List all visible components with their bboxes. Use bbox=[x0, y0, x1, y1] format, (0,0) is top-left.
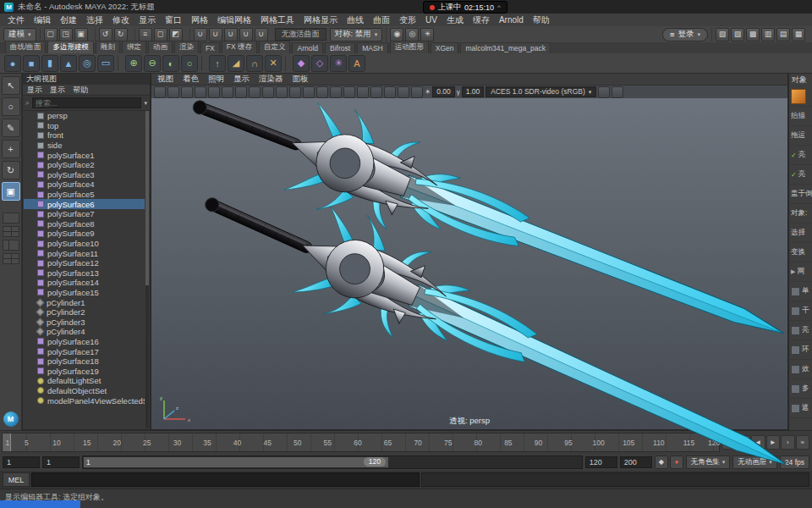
right-panel-item[interactable]: ✓亮 bbox=[789, 165, 812, 185]
rotate-tool[interactable]: ↻ bbox=[2, 161, 20, 179]
outliner-row[interactable]: polySurface17 bbox=[24, 346, 145, 356]
polygon-sphere-icon[interactable]: ● bbox=[4, 55, 21, 72]
xray-icon[interactable] bbox=[411, 86, 423, 98]
bevel-icon[interactable]: ◢ bbox=[228, 55, 244, 72]
gamma-icon[interactable]: γ bbox=[457, 88, 460, 96]
select-tool[interactable]: ↖ bbox=[2, 76, 20, 95]
select-hierarchy-icon[interactable]: ≡ bbox=[139, 28, 152, 41]
viewport-menu-item[interactable]: 照明 bbox=[208, 74, 224, 85]
outliner-row[interactable]: polySurface9 bbox=[24, 229, 145, 239]
recording-overlay[interactable]: 上课中 02:15:10 ^ bbox=[423, 1, 508, 14]
playback-start-field[interactable]: 1 bbox=[42, 456, 80, 468]
attribute-editor-icon[interactable]: ▤ bbox=[776, 28, 790, 41]
range-inner-bar[interactable]: 1 120 bbox=[84, 457, 388, 467]
shelf-tab[interactable]: 绑定 bbox=[122, 41, 146, 53]
shelf-tab[interactable]: 曲线/曲面 bbox=[5, 41, 46, 53]
outliner-row[interactable]: persp bbox=[24, 111, 145, 121]
film-gate-icon[interactable] bbox=[262, 86, 274, 98]
animation-start-field[interactable]: 1 bbox=[3, 456, 40, 468]
viewport-menu-item[interactable]: 视图 bbox=[157, 74, 173, 85]
outliner-row[interactable]: polySurface10 bbox=[24, 239, 145, 249]
layout-single-button[interactable] bbox=[3, 213, 19, 224]
xgen-icon[interactable]: ✳ bbox=[330, 55, 347, 72]
outliner-row[interactable]: front bbox=[24, 130, 145, 141]
outliner-row[interactable]: polySurface8 bbox=[24, 219, 145, 229]
menu-item[interactable]: 网格显示 bbox=[299, 14, 342, 26]
right-panel-item[interactable]: 选择 bbox=[789, 224, 812, 243]
snap-plane-icon[interactable]: ∪ bbox=[239, 28, 253, 41]
shelf-tab[interactable]: 动画 bbox=[148, 41, 173, 53]
outliner-search-input[interactable] bbox=[32, 97, 141, 108]
right-panel-item[interactable]: ✓亮 bbox=[789, 146, 812, 165]
wireframe-icon[interactable] bbox=[343, 86, 355, 98]
menu-item[interactable]: 变形 bbox=[395, 14, 420, 26]
shelf-tab[interactable]: Bifrost bbox=[325, 42, 355, 53]
shelf-tab[interactable]: 运动图形 bbox=[390, 41, 429, 53]
menu-item[interactable]: 修改 bbox=[108, 14, 134, 26]
outliner-row[interactable]: pCylinder1 bbox=[24, 297, 145, 307]
right-panel-item[interactable]: 亮 bbox=[789, 321, 812, 340]
redo-icon[interactable]: ↻ bbox=[114, 28, 128, 41]
go-to-end-button[interactable]: » bbox=[796, 435, 810, 450]
shelf-tab[interactable]: Arnold bbox=[292, 42, 323, 53]
shelf-tab[interactable]: XGen bbox=[431, 42, 459, 53]
gate-mask-icon[interactable] bbox=[289, 86, 301, 98]
shelf-tab[interactable]: 渲染 bbox=[174, 41, 199, 53]
viewport-canvas[interactable]: y x z 透视: persp bbox=[151, 98, 787, 429]
select-object-icon[interactable]: ◻ bbox=[154, 28, 167, 41]
viewport-extra-icon[interactable] bbox=[612, 86, 623, 98]
outliner-row[interactable]: polySurface14 bbox=[24, 278, 145, 288]
outliner-row[interactable]: polySurface4 bbox=[24, 179, 145, 190]
outliner-row[interactable]: polySurface6 bbox=[24, 199, 145, 209]
sign-in-button[interactable]: ≡ 登录 ▾ bbox=[662, 28, 708, 41]
outliner-row[interactable]: pCylinder2 bbox=[24, 307, 145, 318]
polygon-cylinder-icon[interactable]: ▮ bbox=[41, 55, 58, 72]
shaded-icon[interactable] bbox=[357, 86, 369, 98]
polygon-plane-icon[interactable]: ▭ bbox=[97, 55, 114, 72]
paint-select-tool[interactable]: ✎ bbox=[2, 119, 20, 137]
menu-item[interactable]: 选择 bbox=[82, 14, 107, 26]
shelf-tab[interactable]: FX bbox=[200, 42, 220, 53]
shelf-tab[interactable]: malcolm341_mega_pack bbox=[460, 42, 551, 53]
right-panel-item[interactable]: 变换 bbox=[789, 243, 812, 262]
menu-item[interactable]: UV bbox=[421, 15, 442, 25]
shelf-tab[interactable]: 自定义 bbox=[259, 41, 291, 53]
2d-pan-zoom-icon[interactable] bbox=[222, 86, 233, 98]
menu-item[interactable]: 显示 bbox=[134, 14, 160, 26]
render-view-icon[interactable]: ▩ bbox=[746, 28, 760, 41]
layout-split-button[interactable] bbox=[3, 240, 19, 251]
arnold-render-icon[interactable]: A bbox=[348, 55, 365, 72]
menu-item[interactable]: Arnold bbox=[495, 15, 528, 25]
lasso-tool[interactable]: ○ bbox=[2, 97, 20, 116]
right-panel-item[interactable]: 拖运 bbox=[789, 126, 812, 146]
auto-key-icon[interactable]: ● bbox=[670, 456, 683, 469]
outliner-row[interactable]: defaultLightSet bbox=[24, 376, 145, 386]
snap-point-icon[interactable]: ∪ bbox=[224, 28, 238, 41]
undo-icon[interactable]: ↺ bbox=[99, 28, 112, 41]
viewport-menu-item[interactable]: 显示 bbox=[233, 74, 250, 85]
hypershade-icon[interactable]: ▨ bbox=[731, 28, 744, 41]
outliner-row[interactable]: top bbox=[24, 121, 145, 131]
menu-item[interactable]: 帮助 bbox=[529, 14, 554, 26]
menu-item[interactable]: 文件 bbox=[3, 14, 29, 26]
outliner-row[interactable]: polySurface3 bbox=[24, 170, 145, 180]
ipr-render-icon[interactable]: ◎ bbox=[405, 28, 419, 41]
boolean-icon[interactable]: ◐ bbox=[162, 55, 179, 72]
symmetry-dropdown[interactable]: 对称: 禁用 ▾ bbox=[330, 28, 383, 41]
save-scene-icon[interactable]: ▣ bbox=[74, 28, 88, 41]
menu-set-dropdown[interactable]: 建模 ▾ bbox=[3, 28, 36, 41]
move-tool[interactable]: + bbox=[2, 140, 20, 158]
viewport-panel[interactable]: 视图着色照明显示渲染器面板 ☀0.00γ1.00ACES 1.0 SDR-vid… bbox=[151, 73, 788, 430]
grease-pencil-icon[interactable] bbox=[235, 86, 247, 98]
outliner-menu-item[interactable]: 显示 bbox=[50, 85, 65, 96]
modeling-toolkit-icon[interactable]: ▧ bbox=[716, 28, 729, 41]
chevron-up-icon[interactable]: ^ bbox=[497, 3, 501, 11]
lock-camera-icon[interactable] bbox=[167, 86, 179, 98]
set-key-icon[interactable]: ◆ bbox=[655, 456, 668, 469]
outliner-row[interactable]: polySurface19 bbox=[24, 366, 145, 376]
checkbox-checked-icon[interactable]: ✓ bbox=[791, 171, 797, 179]
separate-icon[interactable]: ⊖ bbox=[144, 55, 161, 72]
gamma-field[interactable]: 1.00 bbox=[462, 86, 485, 97]
character-set-dropdown[interactable]: 无角色集 ▾ bbox=[686, 456, 731, 469]
resolution-gate-icon[interactable] bbox=[276, 86, 288, 98]
